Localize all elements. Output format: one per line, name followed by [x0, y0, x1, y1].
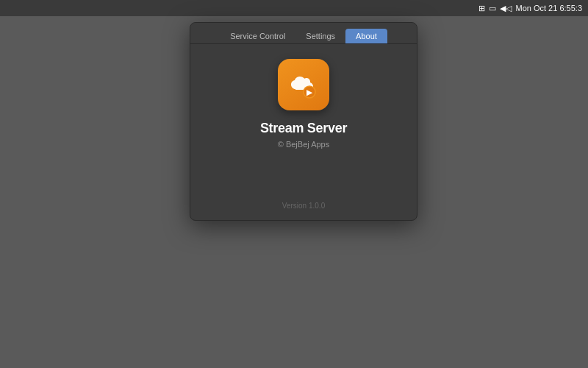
tab-service-control[interactable]: Service Control: [220, 29, 295, 43]
app-icon: ▶: [278, 59, 329, 110]
wifi-icon: ⊞: [478, 4, 485, 13]
volume-icon: ◀◁: [500, 4, 512, 13]
svg-text:▶: ▶: [306, 88, 313, 96]
app-copyright: © BejBej Apps: [278, 140, 329, 149]
app-window: Service Control Settings About ▶ Stream …: [190, 22, 417, 221]
battery-icon: ▭: [489, 4, 496, 13]
app-icon-svg: ▶: [286, 67, 321, 102]
tab-about[interactable]: About: [345, 29, 387, 43]
tab-settings[interactable]: Settings: [295, 29, 345, 43]
tab-bar: Service Control Settings About: [190, 23, 417, 44]
menubar-icons: ⊞ ▭ ◀◁: [478, 4, 512, 13]
about-panel: ▶ Stream Server © BejBej Apps Version 1.…: [190, 44, 417, 220]
app-title: Stream Server: [260, 121, 347, 136]
menubar: ⊞ ▭ ◀◁ Mon Oct 21 6:55:3: [0, 0, 588, 16]
app-version: Version 1.0.0: [282, 202, 325, 210]
menubar-time: Mon Oct 21 6:55:3: [516, 4, 583, 13]
